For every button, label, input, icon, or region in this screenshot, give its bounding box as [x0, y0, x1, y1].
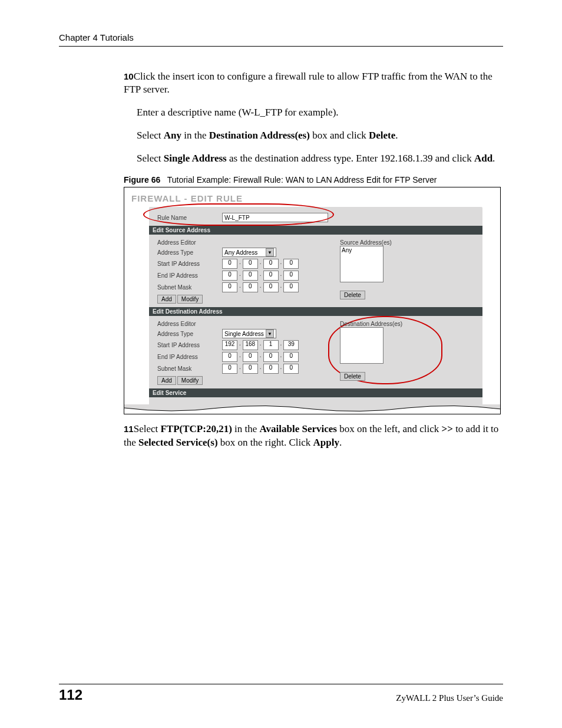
dst-addr-type-select[interactable]: Single Address ▼: [222, 329, 276, 338]
section-service: Edit Service: [149, 388, 482, 397]
src-modify-button[interactable]: Modify: [177, 295, 203, 304]
step-11: 11Select FTP(TCP:20,21) in the Available…: [124, 423, 503, 449]
src-subnet[interactable]: 0. 0. 0. 0: [222, 282, 299, 292]
step-10: 10Click the insert icon to configure a f…: [124, 70, 503, 96]
label-addr-editor: Address Editor: [157, 239, 222, 246]
figure-caption: Figure 66 Tutorial Example: Firewall Rul…: [124, 175, 503, 185]
label-addr-type-src: Address Type: [157, 249, 222, 256]
src-start-ip[interactable]: 0. 0. 0. 0: [222, 259, 299, 269]
step-10-sub-b: Select Any in the Destination Address(es…: [137, 129, 503, 142]
dst-start-ip[interactable]: 192. 168. 1. 39: [222, 340, 299, 350]
src-add-button[interactable]: Add: [157, 295, 176, 304]
label-end-ip-src: End IP Address: [157, 272, 222, 279]
src-addr-type-select[interactable]: Any Address ▼: [222, 248, 276, 257]
section-source: Edit Source Address: [149, 226, 482, 235]
label-end-ip-dst: End IP Address: [157, 354, 222, 360]
src-address-list[interactable]: Any: [340, 246, 384, 282]
dst-modify-button[interactable]: Modify: [177, 376, 203, 385]
screenshot-panel: FIREWALL - EDIT RULE Rule Name W-L_FTP E…: [124, 187, 501, 414]
step-10-sub-c: Select Single Address as the destination…: [137, 152, 503, 165]
torn-edge: [124, 404, 500, 414]
label-addr-type-dst: Address Type: [157, 331, 222, 337]
label-subnet-src: Subnet Mask: [157, 284, 222, 291]
dst-end-ip[interactable]: 0. 0. 0. 0: [222, 352, 299, 362]
label-subnet-dst: Subnet Mask: [157, 365, 222, 372]
dst-subnet[interactable]: 0. 0. 0. 0: [222, 364, 299, 374]
section-destination: Edit Destination Address: [149, 307, 482, 316]
chevron-down-icon: ▼: [266, 330, 274, 338]
dst-add-button[interactable]: Add: [157, 376, 176, 385]
dst-address-list[interactable]: [340, 327, 384, 364]
dst-delete-button[interactable]: Delete: [340, 372, 365, 381]
label-addr-editor-dst: Address Editor: [157, 321, 222, 327]
rule-name-input[interactable]: W-L_FTP: [222, 213, 328, 222]
page-number: 112: [59, 687, 82, 703]
src-delete-button[interactable]: Delete: [340, 291, 365, 299]
label-start-ip-src: Start IP Address: [157, 261, 222, 267]
chevron-down-icon: ▼: [266, 248, 274, 256]
page-footer: 112 ZyWALL 2 Plus User’s Guide: [59, 684, 503, 703]
src-end-ip[interactable]: 0. 0. 0. 0: [222, 271, 299, 281]
step-10-sub-a: Enter a descriptive name (W-L_FTP for ex…: [137, 106, 503, 119]
guide-title: ZyWALL 2 Plus User’s Guide: [396, 693, 503, 703]
screenshot-title: FIREWALL - EDIT RULE: [124, 187, 500, 207]
label-start-ip-dst: Start IP Address: [157, 342, 222, 348]
dst-list-label: Destination Address(es): [340, 321, 402, 327]
rule-name-label: Rule Name: [157, 215, 222, 221]
step-number: 10: [124, 71, 134, 81]
running-head: Chapter 4 Tutorials: [59, 32, 503, 42]
header-rule: [59, 46, 503, 47]
step-number: 11: [124, 424, 134, 434]
src-list-label: Source Address(es): [340, 239, 392, 246]
